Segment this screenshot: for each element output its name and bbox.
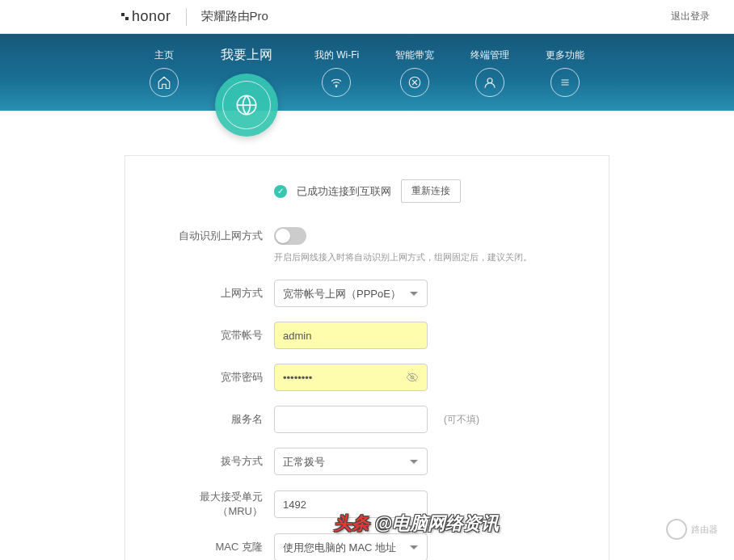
bandwidth-icon [400,68,429,97]
watermark: 路由器 [666,519,718,540]
watermark-icon [666,519,687,540]
mac-label: MAC 克隆 [158,540,263,554]
nav-terminal[interactable]: 终端管理 [470,48,509,97]
header-bar: honor 荣耀路由Pro 退出登录 [0,0,734,34]
nav-home[interactable]: 主页 [150,48,179,97]
brand-name: 荣耀路由Pro [201,9,268,24]
nav-more[interactable]: 更多功能 [546,48,584,97]
auto-detect-toggle[interactable] [274,227,306,245]
reconnect-button[interactable]: 重新连接 [401,179,461,203]
nav-internet[interactable]: 我要上网 [215,47,278,137]
dial-label: 拨号方式 [158,454,263,469]
brand-logo: honor [121,8,171,25]
service-label: 服务名 [158,412,263,427]
svg-point-3 [487,78,492,83]
menu-icon [550,68,580,97]
user-icon [475,68,504,97]
mode-select[interactable]: 宽带帐号上网（PPPoE） [274,280,428,307]
mru-label: 最大接受单元（MRU） [158,490,263,519]
wifi-icon [322,68,351,97]
dial-select[interactable]: 正常拨号 [274,448,428,475]
nav-bandwidth-label: 智能带宽 [395,48,434,62]
brand: honor 荣耀路由Pro [121,8,268,26]
settings-card: ✓ 已成功连接到互联网 重新连接 自动识别上网方式 开启后网线接入时将自动识别上… [124,155,610,560]
status-text: 已成功连接到互联网 [297,184,391,199]
status-row: ✓ 已成功连接到互联网 重新连接 [158,179,576,203]
mode-label: 上网方式 [158,286,263,301]
svg-point-1 [336,86,337,87]
pass-label: 宽带密码 [158,370,263,385]
globe-icon [222,81,271,129]
logout-link[interactable]: 退出登录 [671,10,710,23]
nav-terminal-label: 终端管理 [470,48,509,62]
auto-detect-label: 自动识别上网方式 [158,229,263,243]
nav-bandwidth[interactable]: 智能带宽 [395,48,434,97]
mac-select[interactable]: 使用您电脑的 MAC 地址 [274,533,428,560]
nav-banner: 主页 我要上网 我的 Wi-Fi 智能带宽 终端管理 更多功能 [0,34,734,111]
auto-detect-desc: 开启后网线接入时将自动识别上网方式，组网固定后，建议关闭。 [274,251,576,263]
service-hint: (可不填) [444,413,479,427]
home-icon [150,68,179,97]
nav-wifi[interactable]: 我的 Wi-Fi [314,48,359,97]
eye-icon[interactable] [405,371,420,384]
user-label: 宽带帐号 [158,328,263,343]
nav-internet-label: 我要上网 [221,47,272,64]
brand-separator [186,8,187,26]
check-icon: ✓ [274,185,287,198]
nav-wifi-label: 我的 Wi-Fi [314,48,359,62]
nav-more-label: 更多功能 [546,48,584,62]
user-input[interactable] [274,322,428,349]
nav-home-label: 主页 [154,48,174,62]
watermark-text: 路由器 [691,524,718,536]
toutiao-watermark: 头条 @电脑网络资讯 [334,512,499,536]
service-input[interactable] [274,406,428,433]
